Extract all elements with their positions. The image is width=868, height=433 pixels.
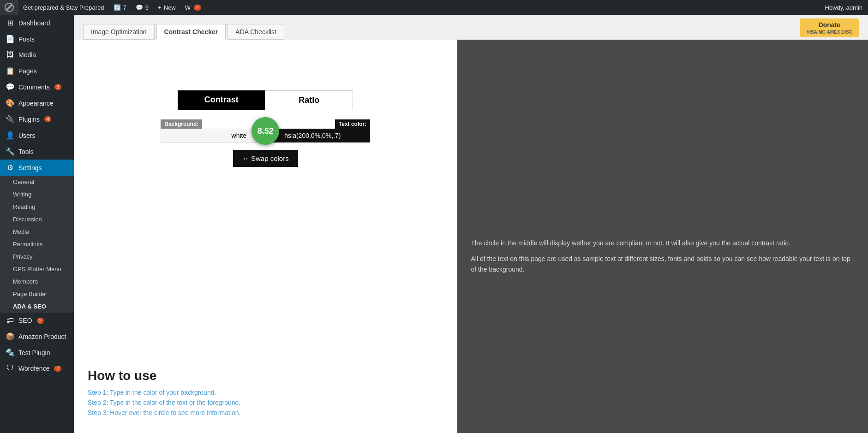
- submenu-general[interactable]: General: [0, 176, 74, 188]
- sidebar-item-media[interactable]: 🖼 Media: [0, 47, 74, 63]
- sidebar-item-plugins[interactable]: 🔌 Plugins 4: [0, 111, 74, 127]
- how-to-use-section: How to use Step 1: Type in the color of …: [74, 355, 457, 433]
- text-color-input-group: Text color:: [265, 119, 370, 142]
- adminbar-howdy: Howdy, admin: [825, 4, 868, 11]
- settings-submenu: General Writing Reading Discussion Media…: [0, 176, 74, 313]
- posts-icon: 📄: [6, 35, 15, 43]
- users-icon: 👤: [6, 131, 15, 140]
- text-color-input[interactable]: [265, 129, 370, 142]
- seo-icon: 🏷: [6, 316, 15, 325]
- submenu-discussion[interactable]: Discussion: [0, 213, 74, 225]
- panel-left: Contrast Ratio Background: 8.52: [74, 40, 457, 433]
- how-to-use-step1: Step 1: Type in the color of your backgr…: [88, 389, 443, 396]
- tools-icon: 🔧: [6, 147, 15, 156]
- sidebar-item-seo[interactable]: 🏷 SEO 2: [0, 313, 74, 328]
- how-to-use-heading: How to use: [88, 368, 443, 383]
- ratio-label: Ratio: [265, 90, 353, 110]
- submenu-writing[interactable]: Writing: [0, 188, 74, 201]
- pages-icon: 📋: [6, 66, 15, 75]
- submenu-gps-plotter[interactable]: GPS Plotter Menu: [0, 263, 74, 275]
- sidebar-item-posts[interactable]: 📄 Posts: [0, 31, 74, 47]
- contrast-checker-ui: Contrast Ratio Background: 8.52: [155, 90, 376, 167]
- wordfence-icon: 🛡: [6, 364, 15, 373]
- sidebar-item-appearance[interactable]: 🎨 Appearance: [0, 95, 74, 111]
- plugins-icon: 🔌: [6, 115, 15, 124]
- comments-icon: 💬: [136, 4, 143, 11]
- color-inputs-row: Background: 8.52 Text color:: [155, 119, 376, 142]
- submenu-ada-seo[interactable]: ADA & SEO: [0, 300, 74, 313]
- sidebar-item-settings[interactable]: ⚙ Settings: [0, 160, 74, 176]
- contrast-ratio-header: Contrast Ratio: [178, 90, 353, 110]
- submenu-privacy[interactable]: Privacy: [0, 250, 74, 263]
- sidebar-item-dashboard[interactable]: ⊞ Dashboard: [0, 15, 74, 31]
- main-content: Image Optimization Contrast Checker ADA …: [74, 15, 868, 433]
- appearance-icon: 🎨: [6, 99, 15, 107]
- adminbar-comments[interactable]: 💬 9: [131, 0, 153, 15]
- panel-right: The circle in the middle will display we…: [457, 40, 868, 433]
- submenu-media[interactable]: Media: [0, 225, 74, 238]
- plus-icon: +: [158, 4, 162, 11]
- adminbar-wp-logo[interactable]: [0, 0, 18, 15]
- sidebar-item-pages[interactable]: 📋 Pages: [0, 63, 74, 79]
- right-panel-text1: The circle in the middle will display we…: [471, 238, 855, 248]
- admin-bar: Get prepared & Stay Prepared 🔄 7 💬 9 + N…: [0, 0, 868, 15]
- right-panel-text2: All of the text on this page are used as…: [471, 254, 855, 274]
- how-to-use-step2: Step 2: Type in the color of the text or…: [88, 399, 443, 406]
- contrast-label: Contrast: [178, 90, 265, 110]
- submenu-page-builder[interactable]: Page Builder: [0, 288, 74, 300]
- sidebar-item-comments[interactable]: 💬 Comments 9: [0, 79, 74, 95]
- amazon-icon: 📦: [6, 332, 15, 341]
- content-split: Contrast Ratio Background: 8.52: [74, 40, 868, 433]
- adminbar-plugin-icon[interactable]: W 2: [180, 0, 206, 15]
- background-input-group: Background:: [161, 119, 265, 142]
- tabs-bar: Image Optimization Contrast Checker ADA …: [74, 15, 868, 40]
- submenu-permalinks[interactable]: Permalinks: [0, 238, 74, 250]
- adminbar-site-name[interactable]: Get prepared & Stay Prepared: [18, 0, 109, 15]
- adminbar-updates[interactable]: 🔄 7: [109, 0, 131, 15]
- donate-button[interactable]: Donate VISA MC AMEX DISC: [800, 18, 859, 37]
- sidebar-item-amazon[interactable]: 📦 Amazon Product: [0, 328, 74, 344]
- adminbar-new[interactable]: + New: [153, 0, 180, 15]
- submenu-reading[interactable]: Reading: [0, 201, 74, 213]
- tab-ada-checklist[interactable]: ADA Checklist: [227, 24, 284, 40]
- comments-icon: 💬: [6, 83, 15, 91]
- sidebar: ⊞ Dashboard 📄 Posts 🖼 Media 📋 Pages 💬 Co…: [0, 15, 74, 433]
- sidebar-item-tools[interactable]: 🔧 Tools: [0, 143, 74, 160]
- donate-label: Donate: [819, 21, 840, 29]
- right-panel-text: The circle in the middle will display we…: [471, 238, 855, 274]
- text-color-label: Text color:: [335, 119, 370, 129]
- sidebar-item-users[interactable]: 👤 Users: [0, 127, 74, 143]
- background-input[interactable]: [161, 129, 265, 142]
- swap-colors-button[interactable]: ↔ Swap colors: [233, 150, 298, 167]
- tab-image-optimization[interactable]: Image Optimization: [83, 24, 155, 40]
- background-label: Background:: [161, 119, 202, 129]
- donate-card-icons: VISA MC AMEX DISC: [807, 30, 852, 35]
- media-icon: 🖼: [6, 51, 15, 59]
- sidebar-item-wordfence[interactable]: 🛡 Wordfence 2: [0, 361, 74, 376]
- dashboard-icon: ⊞: [6, 18, 15, 27]
- how-to-use-step3: Step 3: Hover over the circle to see mor…: [88, 409, 443, 416]
- test-plugin-icon: 🔩: [6, 348, 15, 357]
- settings-icon: ⚙: [6, 163, 15, 172]
- updates-icon: 🔄: [114, 4, 121, 11]
- score-circle: 8.52: [251, 117, 279, 145]
- submenu-members[interactable]: Members: [0, 275, 74, 288]
- tab-contrast-checker[interactable]: Contrast Checker: [156, 24, 226, 40]
- sidebar-item-test-plugin[interactable]: 🔩 Test Plugin: [0, 344, 74, 361]
